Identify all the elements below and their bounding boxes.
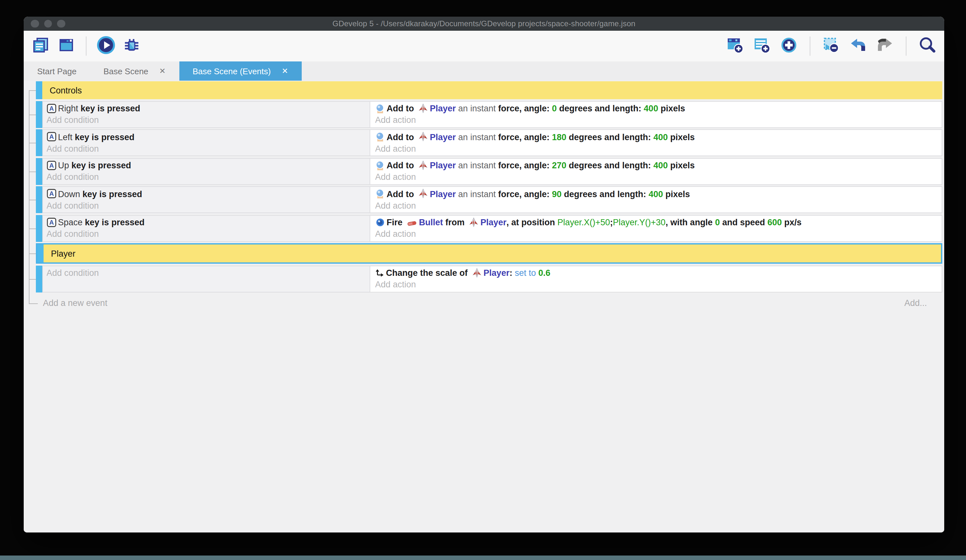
sentence-segment: , at position	[506, 218, 557, 227]
conditions-cell[interactable]: ARight key is pressedAdd condition	[43, 102, 370, 127]
player-ship-icon	[469, 217, 478, 228]
event-body: Add conditionChange the scale of Player:…	[42, 265, 942, 292]
actions-cell[interactable]: Fire Bullet from Player, at position Pla…	[370, 215, 941, 241]
preview-play-button[interactable]	[97, 37, 115, 56]
actions-cell[interactable]: Add to Player an instant force, angle: 0…	[370, 102, 941, 127]
conditions-cell[interactable]: ADown key is pressedAdd condition	[43, 187, 370, 213]
conditions-cell[interactable]: AUp key is pressedAdd condition	[43, 159, 370, 184]
tab-start-page[interactable]: Start Page	[24, 61, 90, 81]
add-action-link[interactable]: Add action	[375, 228, 936, 240]
add-condition-link[interactable]: Add condition	[46, 228, 365, 240]
remove-event-button[interactable]	[822, 37, 840, 56]
condition-sentence[interactable]: ADown key is pressed	[46, 188, 365, 200]
add-condition-link[interactable]: Add condition	[46, 172, 365, 183]
conditions-cell[interactable]: ALeft key is pressedAdd condition	[43, 130, 370, 156]
add-condition-link[interactable]: Add condition	[46, 267, 365, 279]
undo-button[interactable]	[849, 37, 867, 56]
action-sentence[interactable]: Add to Player an instant force, angle: 9…	[375, 188, 936, 200]
event-group-header[interactable]: Player	[36, 243, 942, 264]
sentence-segment: Down	[58, 189, 80, 199]
add-subevent-icon	[753, 36, 770, 56]
window-title: GDevelop 5 - /Users/dkarakay/Documents/G…	[24, 19, 944, 28]
sentence-segment: 400	[644, 104, 658, 113]
event-color-bar[interactable]	[36, 158, 42, 185]
condition-sentence[interactable]: ARight key is pressed	[46, 103, 365, 115]
tree-tick	[29, 200, 36, 200]
add-action-link[interactable]: Add action	[375, 143, 936, 155]
condition-sentence[interactable]: ALeft key is pressed	[46, 131, 365, 143]
action-sentence[interactable]: Fire Bullet from Player, at position Pla…	[375, 217, 936, 228]
player-ship-icon	[418, 131, 428, 143]
add-condition-link[interactable]: Add condition	[46, 143, 365, 155]
action-sentence[interactable]: Add to Player an instant force, angle: 1…	[375, 131, 936, 143]
svg-text:A: A	[49, 133, 54, 140]
tab-base-scene-events[interactable]: Base Scene (Events)✕	[179, 61, 301, 81]
actions-cell[interactable]: Add to Player an instant force, angle: 9…	[370, 187, 941, 213]
add-new-event-link[interactable]: Add a new event	[43, 298, 107, 308]
sentence-segment: an instant	[456, 160, 498, 170]
sentence-segment: and speed	[720, 218, 767, 227]
event-row: ADown key is pressedAdd conditionAdd to …	[36, 186, 942, 213]
action-sentence[interactable]: Add to Player an instant force, angle: 0…	[375, 103, 936, 115]
condition-sentence[interactable]: ASpace key is pressed	[46, 217, 365, 228]
undo-icon	[849, 36, 867, 56]
project-manager-button[interactable]	[31, 37, 50, 56]
add-event-button[interactable]	[726, 37, 744, 56]
add-action-link[interactable]: Add action	[375, 172, 936, 183]
conditions-cell[interactable]: ASpace key is pressedAdd condition	[43, 215, 370, 241]
desktop: GDevelop 5 - /Users/dkarakay/Documents/G…	[0, 0, 966, 560]
tab-close-icon[interactable]: ✕	[281, 67, 288, 75]
toolbar-divider	[810, 36, 810, 56]
add-condition-link[interactable]: Add condition	[46, 115, 365, 126]
action-sentence[interactable]: Change the scale of Player: set to 0.6	[375, 267, 936, 279]
sentence-segment: degrees and length:	[566, 160, 654, 170]
add-subevent-button[interactable]	[753, 37, 771, 56]
conditions-cell[interactable]: Add condition	[43, 266, 370, 291]
actions-cell[interactable]: Add to Player an instant force, angle: 2…	[370, 159, 941, 184]
sentence-segment: pixels	[663, 189, 690, 199]
add-more-link[interactable]: Add...	[904, 298, 942, 308]
add-action-link[interactable]: Add action	[375, 279, 936, 291]
add-action-link[interactable]: Add action	[375, 200, 936, 211]
event-color-bar[interactable]	[36, 186, 42, 213]
redo-button[interactable]	[876, 37, 894, 56]
event-color-bar[interactable]	[36, 265, 42, 292]
scene-editor-button[interactable]	[57, 37, 76, 56]
keyboard-key-icon: A	[46, 217, 56, 228]
actions-cell[interactable]: Change the scale of Player: set to 0.6Ad…	[370, 266, 941, 291]
project-manager-icon	[32, 36, 49, 56]
preview-play-icon	[97, 36, 115, 56]
event-color-bar[interactable]	[36, 215, 42, 242]
add-event-icon	[726, 36, 744, 56]
search-button[interactable]	[918, 37, 936, 56]
add-action-link[interactable]: Add action	[375, 115, 936, 126]
action-sentence[interactable]: Add to Player an instant force, angle: 2…	[375, 160, 936, 172]
sentence-segment: set to	[515, 268, 539, 278]
sentence-segment: degrees and length:	[566, 132, 654, 142]
debug-button[interactable]	[122, 37, 141, 56]
sentence-segment: Player	[430, 189, 456, 199]
actions-cell[interactable]: Add to Player an instant force, angle: 1…	[370, 130, 941, 156]
condition-sentence[interactable]: AUp key is pressed	[46, 160, 365, 172]
sentence-segment: an instant	[456, 132, 498, 142]
keyboard-key-icon: A	[46, 160, 56, 172]
sentence-segment: Bullet	[419, 218, 443, 227]
sentence-segment: Space	[58, 218, 83, 227]
event-row: Add conditionChange the scale of Player:…	[36, 265, 942, 292]
event-color-bar[interactable]	[36, 129, 42, 156]
tree-vertical-line	[29, 90, 30, 303]
add-condition-link[interactable]: Add condition	[46, 200, 365, 211]
keyboard-key-icon: A	[46, 131, 56, 143]
redo-icon	[876, 36, 894, 56]
event-color-bar[interactable]	[36, 101, 42, 128]
svg-text:A: A	[49, 162, 54, 169]
sentence-segment: ;	[610, 218, 613, 227]
tab-base-scene[interactable]: Base Scene✕	[90, 61, 179, 81]
event-group-header[interactable]: Controls	[36, 81, 942, 99]
add-more-button[interactable]	[780, 37, 798, 56]
sentence-segment: Player.X()+50	[557, 218, 610, 227]
tree-tick	[29, 172, 36, 172]
tab-close-icon[interactable]: ✕	[159, 67, 166, 75]
keyboard-key-icon: A	[46, 188, 56, 200]
sentence-segment: Player	[430, 160, 456, 170]
